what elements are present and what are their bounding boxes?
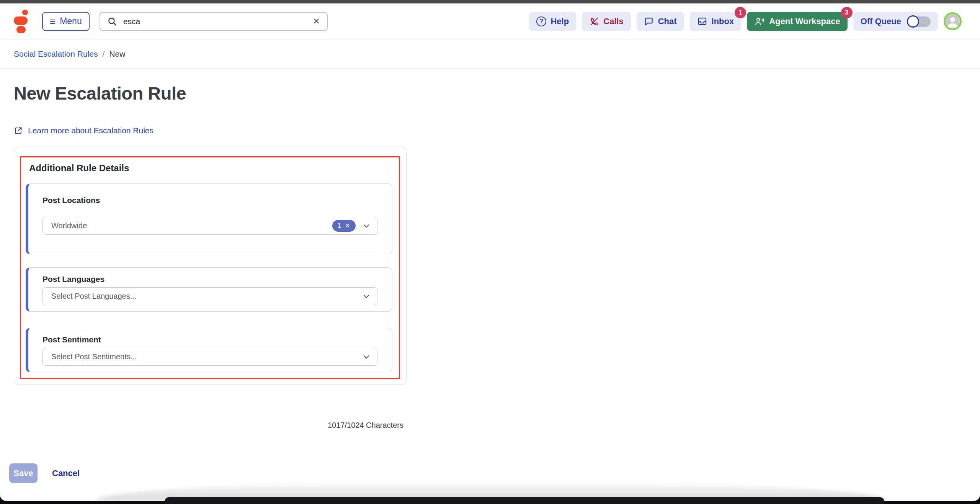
selected-count-pill[interactable]: 1 ✕ xyxy=(332,220,356,232)
global-search[interactable]: ✕ xyxy=(100,12,328,31)
post-locations-label: Post Locations xyxy=(42,195,377,205)
off-queue-toggle-button[interactable]: Off Queue xyxy=(853,12,938,31)
main-content: New Escalation Rule Learn more about Esc… xyxy=(0,83,980,430)
chat-bubble-icon xyxy=(644,16,654,26)
save-button[interactable]: Save xyxy=(9,463,38,483)
menu-button[interactable]: ≡ Menu xyxy=(42,12,90,31)
remove-selection-icon[interactable]: ✕ xyxy=(345,223,350,229)
help-label: Help xyxy=(550,16,569,26)
breadcrumb-separator: / xyxy=(102,49,105,59)
external-link-icon xyxy=(14,126,23,135)
post-locations-select[interactable]: Worldwide 1 ✕ xyxy=(42,217,377,235)
inbox-badge: 1 xyxy=(735,7,746,18)
post-sentiment-label: Post Sentiment xyxy=(42,335,377,345)
nav-button-cluster: ? Help Calls Chat xyxy=(529,12,962,31)
chevron-down-icon xyxy=(362,292,371,301)
agent-workspace-button[interactable]: Agent Workspace 3 xyxy=(747,12,847,31)
off-queue-label: Off Queue xyxy=(861,16,901,26)
post-languages-select[interactable]: Select Post Languages... xyxy=(42,287,377,305)
post-languages-placeholder: Select Post Languages... xyxy=(51,292,362,301)
search-input[interactable] xyxy=(123,17,313,26)
help-icon: ? xyxy=(536,16,546,26)
rule-details-card: Additional Rule Details Post Locations W… xyxy=(14,147,407,385)
chat-button[interactable]: Chat xyxy=(637,12,684,31)
character-count: 1017/1024 Characters xyxy=(328,421,403,430)
menu-button-label: Menu xyxy=(60,16,82,26)
post-sentiment-placeholder: Select Post Sentiments... xyxy=(51,352,362,361)
clear-search-icon[interactable]: ✕ xyxy=(313,17,320,26)
app-window: ≡ Menu ✕ ? Help Calls xyxy=(0,0,980,501)
chat-label: Chat xyxy=(658,16,677,26)
post-sentiment-group: Post Sentiment Select Post Sentiments... xyxy=(26,328,392,372)
person-silhouette-icon xyxy=(945,14,960,29)
calls-button[interactable]: Calls xyxy=(582,12,631,31)
learn-more-link[interactable]: Learn more about Escalation Rules xyxy=(14,126,154,135)
page-title: New Escalation Rule xyxy=(14,83,966,104)
breadcrumb-current: New xyxy=(109,49,125,59)
footer-actions: Save Cancel xyxy=(0,463,980,483)
breadcrumb: Social Escalation Rules / New xyxy=(0,39,980,69)
genesys-logo-icon xyxy=(14,10,28,33)
chevron-down-icon xyxy=(362,352,371,362)
post-languages-label: Post Languages xyxy=(42,274,377,284)
window-top-edge xyxy=(0,0,980,3)
inbox-label: Inbox xyxy=(712,16,734,26)
learn-more-label: Learn more about Escalation Rules xyxy=(28,126,154,135)
inbox-icon xyxy=(697,16,707,26)
agent-workspace-label: Agent Workspace xyxy=(769,16,840,26)
phone-slash-icon xyxy=(589,16,599,26)
post-languages-group: Post Languages Select Post Languages... xyxy=(26,267,392,312)
queue-toggle[interactable] xyxy=(907,15,931,28)
chevron-down-icon xyxy=(362,221,371,231)
calls-label: Calls xyxy=(603,16,624,26)
user-avatar[interactable] xyxy=(944,12,962,30)
post-locations-value: Worldwide xyxy=(51,221,332,230)
help-button[interactable]: ? Help xyxy=(529,12,576,31)
breadcrumb-parent-link[interactable]: Social Escalation Rules xyxy=(14,49,98,59)
agent-workspace-badge: 3 xyxy=(841,7,853,18)
search-icon xyxy=(107,16,117,26)
highlight-red-outline: Additional Rule Details Post Locations W… xyxy=(20,156,400,379)
inbox-button[interactable]: Inbox 1 xyxy=(690,12,742,31)
post-sentiment-select[interactable]: Select Post Sentiments... xyxy=(42,348,377,366)
selected-count: 1 xyxy=(338,222,341,230)
top-navigation-bar: ≡ Menu ✕ ? Help Calls xyxy=(0,3,980,39)
cancel-button[interactable]: Cancel xyxy=(52,468,80,478)
hamburger-icon: ≡ xyxy=(50,16,56,26)
section-title: Additional Rule Details xyxy=(26,163,392,173)
post-locations-group: Post Locations Worldwide 1 ✕ xyxy=(26,183,392,254)
bottom-dark-band xyxy=(165,497,884,504)
agent-icon xyxy=(754,16,765,27)
